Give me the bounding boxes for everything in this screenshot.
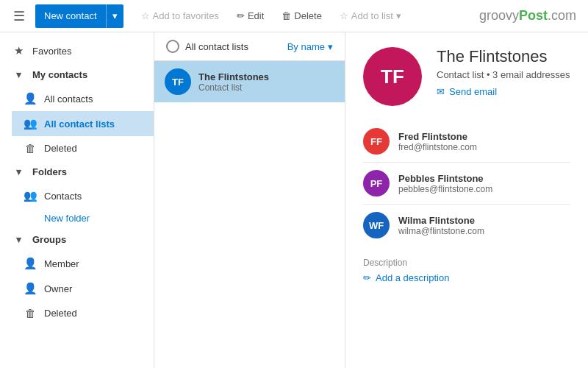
contacts-folder-icon: 👥 — [24, 189, 37, 202]
contact-item-sub: Contact list — [198, 82, 269, 93]
trash-icon: 🗑 — [24, 142, 37, 155]
star-icon: ☆ — [141, 10, 150, 21]
detail-panel: TF The Flintstones Contact list • 3 emai… — [345, 32, 588, 368]
sidebar-item-all-contact-lists[interactable]: 👥 All contact lists — [12, 111, 154, 136]
add-to-list-button[interactable]: ☆ Add to list ▾ — [337, 7, 404, 24]
sidebar-all-contacts-label: All contacts — [44, 93, 93, 105]
sidebar-item-my-contacts[interactable]: ▾ My contacts — [0, 63, 154, 86]
contact-list-items: TF The Flintstones Contact list — [154, 61, 345, 368]
member-email: pebbles@flintstone.com — [398, 184, 492, 194]
sidebar-contacts-folder-label: Contacts — [44, 191, 82, 202]
member-details: Pebbles Flintstone pebbles@flintstone.co… — [398, 173, 492, 194]
pencil-icon: ✏ — [363, 272, 371, 283]
branding: groovyPost.com — [479, 8, 576, 24]
add-to-list-arrow-icon: ▾ — [396, 10, 401, 21]
chevron-down-icon-folders: ▾ — [12, 166, 25, 177]
add-description-label: Add a description — [376, 272, 449, 283]
member-item[interactable]: FF Fred Flintstone fred@flintstone.com — [363, 121, 570, 163]
sidebar: ★ Favorites ▾ My contacts 👤 All contacts… — [0, 32, 154, 368]
sidebar-my-contacts-section: 👤 All contacts 👥 All contact lists 🗑 Del… — [0, 86, 154, 160]
contact-list-header: All contact lists By name ▾ — [154, 32, 345, 61]
toolbar: ☰ New contact ▾ ☆ Add to favorites ✏ Edi… — [0, 0, 588, 32]
detail-meta: Contact list • 3 email addresses — [437, 69, 570, 80]
hamburger-icon: ☰ — [13, 8, 25, 24]
send-email-button[interactable]: ✉ Send email — [437, 86, 570, 97]
sidebar-favorites-label: Favorites — [32, 46, 71, 57]
member-avatar: FF — [363, 128, 390, 155]
description-section: Description ✏ Add a description — [363, 258, 570, 283]
new-contact-button[interactable]: New contact ▾ — [35, 4, 123, 28]
star-icon: ★ — [12, 44, 25, 57]
contact-item-name: The Flintstones — [198, 71, 269, 82]
add-description-button[interactable]: ✏ Add a description — [363, 272, 570, 283]
trash-icon-2: 🗑 — [24, 307, 37, 319]
all-contact-lists-label: All contact lists — [185, 41, 248, 52]
sidebar-folders-section: 👥 Contacts New folder — [0, 183, 154, 228]
sidebar-item-favorites[interactable]: ★ Favorites — [0, 38, 154, 63]
envelope-icon: ✉ — [437, 86, 445, 97]
add-to-favorites-button[interactable]: ☆ Add to favorites — [138, 7, 222, 24]
chevron-down-icon: ▾ — [12, 69, 25, 80]
detail-avatar: TF — [363, 47, 422, 106]
member-avatar: PF — [363, 170, 390, 197]
contact-list-item[interactable]: TF The Flintstones Contact list — [154, 61, 345, 102]
sidebar-deleted2-label: Deleted — [44, 308, 77, 319]
sidebar-item-folders[interactable]: ▾ Folders — [0, 160, 154, 183]
sidebar-my-contacts-label: My contacts — [32, 69, 87, 80]
person-icon: 👤 — [24, 92, 37, 105]
by-name-label: By name — [287, 41, 325, 52]
delete-label: Delete — [294, 10, 322, 21]
sidebar-member-label: Member — [44, 258, 79, 269]
new-folder-link[interactable]: New folder — [12, 208, 154, 228]
edit-button[interactable]: ✏ Edit — [234, 7, 267, 24]
member-item[interactable]: PF Pebbles Flintstone pebbles@flintstone… — [363, 163, 570, 205]
member-details: Wilma Flintstone wilma@flintstone.com — [398, 215, 484, 236]
hamburger-button[interactable]: ☰ — [6, 3, 32, 29]
new-contact-dropdown-arrow[interactable]: ▾ — [107, 4, 123, 28]
contact-avatar: TF — [165, 68, 191, 95]
detail-info: The Flintstones Contact list • 3 email a… — [437, 47, 570, 97]
sidebar-item-member[interactable]: 👤 Member — [12, 251, 154, 276]
member-name: Pebbles Flintstone — [398, 173, 492, 184]
member-avatar: WF — [363, 212, 390, 238]
owner-icon: 👤 — [24, 282, 37, 295]
detail-name: The Flintstones — [437, 47, 570, 66]
sidebar-item-groups[interactable]: ▾ Groups — [0, 228, 154, 251]
sidebar-item-deleted2[interactable]: 🗑 Deleted — [12, 301, 154, 325]
description-label: Description — [363, 258, 570, 268]
by-name-sort-button[interactable]: By name ▾ — [287, 41, 333, 52]
sidebar-item-deleted[interactable]: 🗑 Deleted — [12, 136, 154, 160]
edit-icon: ✏ — [237, 10, 245, 21]
delete-icon: 🗑 — [282, 10, 291, 21]
edit-label: Edit — [248, 10, 264, 21]
add-to-favorites-label: Add to favorites — [153, 10, 219, 21]
delete-button[interactable]: 🗑 Delete — [279, 7, 325, 24]
contact-lists-icon: 👥 — [24, 117, 37, 130]
new-contact-main[interactable]: New contact — [35, 4, 107, 28]
sidebar-item-owner[interactable]: 👤 Owner — [12, 276, 154, 301]
sidebar-groups-section: 👤 Member 👤 Owner 🗑 Deleted — [0, 251, 154, 325]
toolbar-actions: ☆ Add to favorites ✏ Edit 🗑 Delete ☆ Add… — [138, 7, 404, 24]
member-item[interactable]: WF Wilma Flintstone wilma@flintstone.com — [363, 205, 570, 246]
member-list: FF Fred Flintstone fred@flintstone.com P… — [363, 121, 570, 246]
contact-list-panel: All contact lists By name ▾ TF The Flint… — [154, 32, 345, 368]
chevron-down-icon-groups: ▾ — [12, 234, 25, 245]
member-email: fred@flintstone.com — [398, 142, 477, 152]
sidebar-all-contact-lists-label: All contact lists — [44, 118, 115, 130]
sidebar-item-all-contacts[interactable]: 👤 All contacts — [12, 86, 154, 111]
member-name: Wilma Flintstone — [398, 215, 484, 226]
contact-info: The Flintstones Contact list — [198, 71, 269, 93]
member-icon: 👤 — [24, 257, 37, 270]
sidebar-item-contacts-folder[interactable]: 👥 Contacts — [12, 183, 154, 208]
sidebar-groups-label: Groups — [32, 234, 66, 245]
detail-header: TF The Flintstones Contact list • 3 emai… — [363, 47, 570, 106]
send-email-label: Send email — [449, 86, 497, 97]
sidebar-folders-label: Folders — [32, 166, 67, 177]
member-email: wilma@flintstone.com — [398, 226, 484, 236]
sidebar-owner-label: Owner — [44, 283, 72, 294]
sort-chevron-icon: ▾ — [328, 41, 333, 52]
all-contact-lists-toggle[interactable]: All contact lists — [166, 40, 248, 53]
main-area: ★ Favorites ▾ My contacts 👤 All contacts… — [0, 32, 588, 368]
member-details: Fred Flintstone fred@flintstone.com — [398, 131, 477, 152]
circle-radio — [166, 40, 179, 53]
